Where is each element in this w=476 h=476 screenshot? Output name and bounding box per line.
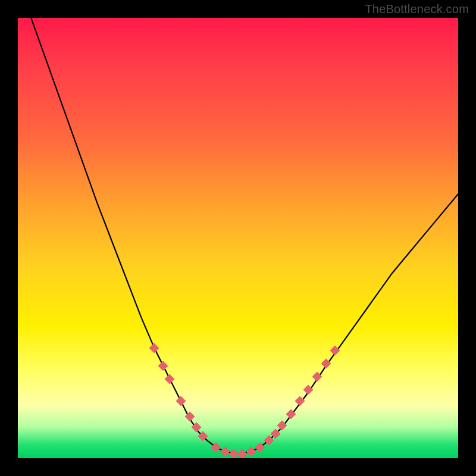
watermark-text: TheBottleneck.com	[365, 2, 469, 16]
bottleneck-curve	[18, 18, 458, 458]
chart-frame: TheBottleneck.com	[0, 0, 476, 476]
plot-area	[18, 18, 458, 458]
